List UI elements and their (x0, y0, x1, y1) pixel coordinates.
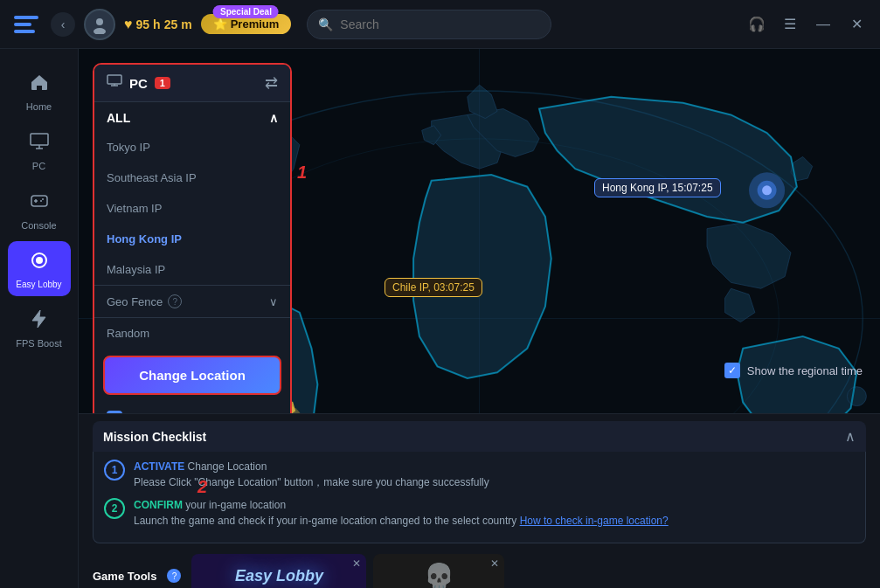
how-to-check-link[interactable]: How to check in-game location? (520, 515, 669, 527)
random-section[interactable]: Random (94, 317, 290, 347)
easy-lobby-icon (29, 250, 50, 276)
content-area: Hong Kong IP, 15:07:25 Chile IP, 03:07:2… (79, 49, 880, 588)
geo-fence-left: Geo Fence ? (107, 294, 182, 308)
mission-header: Mission Checklist ∧ (93, 421, 866, 452)
sidebar-item-label-home: Home (26, 101, 52, 112)
location-panel: PC 1 ⇄ ALL ∧ Tokyo IP Southeast Asia IP … (93, 63, 292, 439)
svg-point-12 (847, 387, 866, 406)
search-input[interactable] (340, 17, 540, 31)
svg-rect-5 (31, 134, 48, 145)
back-button[interactable]: ‹ (51, 12, 75, 37)
game-tools-row: Game Tools ? Easy Lobby ✕ 💀 ✕ (79, 550, 880, 588)
game-tool-thumbnail[interactable]: 💀 ✕ (373, 554, 504, 588)
location-item-tokyo[interactable]: Tokyo IP (94, 132, 290, 163)
logo-icon (10, 9, 42, 40)
special-deal-badge: Special Deal (213, 5, 279, 18)
svg-point-8 (40, 200, 42, 202)
xp-value: 95 (136, 17, 150, 31)
game-tool-close-2[interactable]: ✕ (490, 557, 499, 570)
regional-time-checkbox[interactable]: ✓ (724, 363, 740, 378)
xp-display: ♥ 95 h 25 m (124, 17, 192, 32)
easy-lobby-card[interactable]: Easy Lobby ✕ (191, 554, 366, 588)
easy-lobby-card-label: Easy Lobby (235, 567, 323, 585)
game-tools-items: Easy Lobby ✕ 💀 ✕ (191, 554, 866, 588)
main-layout: Home PC Console Easy Lobby (0, 49, 880, 588)
game-tools-title: Game Tools (93, 570, 156, 583)
panel-title: PC (129, 76, 148, 91)
panel-pc-icon (107, 73, 122, 93)
console-icon (29, 190, 50, 217)
minimize-button[interactable]: — (810, 11, 836, 38)
svg-rect-0 (14, 16, 38, 19)
regional-time-label: Show the regional time (747, 364, 863, 377)
location-item-hong-kong[interactable]: Hong Kong IP (94, 224, 290, 254)
panel-header-left: PC 1 (107, 73, 170, 93)
chile-label: Chile IP, 03:07:25 (385, 278, 482, 297)
xp-m-unit: m (181, 17, 191, 31)
hong-kong-pin: Hong Kong IP, 15:07:25 (594, 178, 721, 197)
location-item-southeast-asia[interactable]: Southeast Asia IP (94, 163, 290, 193)
sidebar-item-easy-lobby[interactable]: Easy Lobby (8, 241, 71, 296)
fps-boost-icon (29, 308, 50, 335)
sidebar-item-fps-boost[interactable]: FPS Boost (8, 300, 71, 356)
panel-refresh-button[interactable]: ⇄ (265, 73, 278, 93)
step-num-1: 1 (104, 460, 125, 481)
avatar (84, 9, 115, 40)
sidebar-item-console[interactable]: Console (8, 182, 71, 238)
game-tools-help-icon: ? (167, 569, 181, 583)
sidebar-item-label-pc: PC (32, 161, 45, 171)
geo-fence-help-icon[interactable]: ? (168, 294, 182, 308)
location-group-all[interactable]: ALL ∧ (94, 102, 290, 132)
mission-step-1: 1 ACTIVATE Change Location Please Click … (104, 459, 855, 490)
sidebar-item-pc[interactable]: PC (8, 122, 71, 178)
step-text-1: ACTIVATE Change Location Please Click "C… (134, 459, 489, 490)
topbar-right-controls: 🎧 ☰ — ✕ (744, 11, 870, 38)
search-icon: 🔍 (318, 17, 333, 31)
xp-minutes: 25 (164, 17, 178, 31)
mission-collapse-button[interactable]: ∧ (845, 428, 856, 445)
location-item-malaysia[interactable]: Malaysia IP (94, 254, 290, 285)
step-indicator-1: 1 (297, 163, 307, 183)
sidebar-item-label-easy-lobby: Easy Lobby (16, 280, 61, 289)
menu-icon-button[interactable]: ☰ (777, 11, 803, 38)
sidebar: Home PC Console Easy Lobby (0, 49, 79, 588)
svg-rect-2 (14, 30, 35, 33)
mission-body: 1 ACTIVATE Change Location Please Click … (93, 452, 866, 543)
svg-rect-23 (107, 75, 121, 84)
change-location-button[interactable]: Change Location (103, 356, 281, 395)
svg-point-10 (36, 257, 43, 264)
chile-pin: Chile IP, 03:07:25 (385, 278, 482, 297)
regional-time-control[interactable]: ✓ Show the regional time (724, 363, 863, 378)
sidebar-item-label-fps-boost: FPS Boost (16, 338, 62, 349)
avatar-icon (90, 15, 109, 34)
xp-heart-icon: ♥ (124, 17, 133, 32)
bottom-panel: Mission Checklist ∧ 1 ACTIVATE Change Lo… (79, 413, 880, 588)
easy-lobby-card-close[interactable]: ✕ (352, 557, 361, 570)
svg-point-3 (96, 18, 103, 25)
mission-title: Mission Checklist (103, 430, 206, 444)
svg-point-7 (42, 198, 44, 200)
hong-kong-label: Hong Kong IP, 15:07:25 (594, 178, 721, 197)
geo-fence-label: Geo Fence (107, 295, 163, 308)
pc-icon (29, 131, 50, 157)
close-button[interactable]: ✕ (843, 11, 870, 38)
sidebar-item-home[interactable]: Home (8, 63, 71, 119)
headset-icon-button[interactable]: 🎧 (744, 11, 770, 38)
geo-fence-expand-icon: ∨ (269, 295, 278, 308)
geo-fence-section[interactable]: Geo Fence ? ∨ (94, 285, 290, 317)
panel-badge: 1 (155, 77, 170, 89)
search-bar[interactable]: 🔍 (307, 10, 551, 39)
game-tool-img-placeholder: 💀 (424, 562, 454, 589)
step-text-2: CONFIRM your in-game location Launch the… (134, 497, 669, 529)
locations-list: ALL ∧ Tokyo IP Southeast Asia IP Vietnam… (94, 102, 290, 347)
step-num-2: 2 (104, 498, 125, 519)
premium-button[interactable]: Special Deal ⭐Premium (201, 14, 292, 34)
topbar: ‹ ♥ 95 h 25 m Special Deal ⭐Premium 🔍 🎧 … (0, 0, 880, 49)
step-indicator-2: 2 (197, 477, 207, 497)
app-logo (10, 9, 42, 40)
mission-checklist: Mission Checklist ∧ 1 ACTIVATE Change Lo… (93, 414, 866, 543)
panel-header: PC 1 ⇄ (94, 65, 290, 102)
location-item-vietnam[interactable]: Vietnam IP (94, 193, 290, 224)
svg-rect-1 (14, 23, 31, 26)
home-icon (29, 72, 50, 98)
